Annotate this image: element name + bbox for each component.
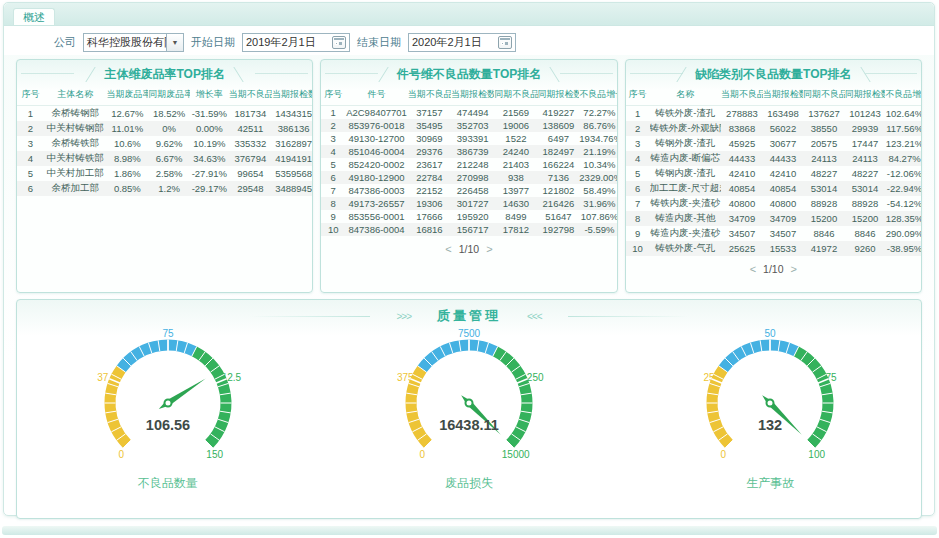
table-row: 849173-26557193063017271463021642631.96% (321, 197, 617, 210)
dropdown-arrow-icon[interactable]: ▼ (166, 34, 183, 51)
filter-bar: 公司 科华控股股份有限 ▼ 开始日期 2019年2月1日 结束日期 2020年2… (4, 26, 934, 55)
table-cell: 5 (626, 166, 650, 181)
table-cell: 6.67% (148, 151, 190, 166)
table-row: 5852420-0002236172122482140316622410.34% (321, 158, 617, 171)
table-cell: 1 (321, 106, 345, 120)
panel-title: 主体维废品率TOP排名 (88, 65, 240, 84)
table-cell: 847386-0003 (345, 184, 408, 197)
start-date-value: 2019年2月1日 (243, 35, 329, 50)
table-cell: -5.59% (579, 223, 617, 236)
table-cell: 53014 (803, 181, 845, 196)
table-cell: 49173-26557 (345, 197, 408, 210)
table-header-cell: 当期不良品数 (408, 85, 451, 106)
table-cell: 0% (148, 121, 190, 136)
table-cell: 铸钢内废-渣孔 (650, 166, 722, 181)
panel-part-defect-top: 件号维不良品数量TOP排名 序号件号当期不良品数当期报检数同期不良品数同期报检数… (320, 59, 617, 293)
gauge-scrap-loss: 037507500112501500016438.11 废品损失 (318, 327, 619, 492)
table-cell: 余桥铸铁部 (44, 136, 107, 151)
table-cell: 中关村加工部 (44, 166, 107, 181)
decor-line-right (568, 316, 688, 317)
table-cell: 42511 (229, 121, 272, 136)
table-cell: 117.56% (885, 121, 922, 136)
panel-title: 缺陷类别不良品数量TOP排名 (679, 65, 867, 84)
table-row: 7847386-0003221522264581397712180258.49% (321, 184, 617, 197)
table-cell: 23617 (408, 158, 451, 171)
table-cell: 212248 (451, 158, 494, 171)
table-cell: -29.17% (190, 181, 229, 196)
table-cell: 42410 (763, 166, 803, 181)
table-cell: 6 (17, 181, 44, 196)
table-cell: 53014 (845, 181, 885, 196)
svg-text:100: 100 (809, 449, 826, 460)
table-cell: 8846 (845, 226, 885, 241)
table-cell: 102.64% (885, 106, 922, 122)
table-cell: 51647 (538, 210, 580, 223)
gauge-chart: 0255075100132 (655, 327, 885, 477)
table-cell: 34507 (763, 226, 803, 241)
tab-overview[interactable]: 概述 (13, 8, 55, 25)
pagination: <1/10> (626, 263, 921, 275)
table-header-cell: 序号 (626, 85, 650, 106)
table-row: 9铸造内废-夹渣砂345073450788468846290.09% (626, 226, 922, 241)
table-cell: 中关村铸钢部 (44, 121, 107, 136)
panel-title-banner: 缺陷类别不良品数量TOP排名 (626, 64, 921, 83)
ranking-table: 序号主体名称当期废品率同期废品率增长率当期不良品数当期报检数1余桥铸钢部12.6… (17, 85, 313, 196)
table-cell: 2 (321, 119, 345, 132)
table-cell: 25625 (721, 241, 763, 256)
table-cell: 3488945 (272, 181, 313, 196)
table-cell: 6497 (538, 132, 580, 145)
tab-bar: 概述 (4, 3, 934, 26)
table-cell: 中关村铸铁部 (44, 151, 107, 166)
table-cell: 17812 (494, 223, 537, 236)
table-cell: 101243 (845, 106, 885, 122)
pager-prev[interactable]: < (445, 243, 451, 255)
pager-prev[interactable]: < (750, 263, 756, 275)
table-cell: 137627 (803, 106, 845, 122)
table-cell: 37157 (408, 106, 451, 120)
table-cell: 8 (321, 197, 345, 210)
gauge-label: 生产事故 (620, 475, 921, 492)
table-cell: 35495 (408, 119, 451, 132)
table-cell: 1434315 (272, 106, 313, 122)
table-cell: 铸钢外废-渣孔 (650, 136, 722, 151)
table-cell: 195920 (451, 210, 494, 223)
table-cell: 11.01% (106, 121, 148, 136)
table-cell: 847386-0004 (345, 223, 408, 236)
table-cell: 6 (321, 171, 345, 184)
table-cell: 15200 (803, 211, 845, 226)
chevrons-right-icon: >>> (396, 311, 411, 322)
calendar-icon[interactable] (332, 36, 346, 49)
table-cell: 5 (321, 158, 345, 171)
table-cell: 17447 (845, 136, 885, 151)
ranking-table: 序号名称当期不良品数当期报检数同期不良品数同期报检数不良品增长率1铸铁外废-渣孔… (626, 85, 922, 256)
table-cell: 853556-0001 (345, 210, 408, 223)
table-cell: 192798 (538, 223, 580, 236)
table-cell: 2 (17, 121, 44, 136)
table-cell: 166224 (538, 158, 580, 171)
table-cell: 21569 (494, 106, 537, 120)
table-cell: 8 (626, 211, 650, 226)
table-cell: 9 (626, 226, 650, 241)
table-row: 4铸造内废-断偏芯4443344433241132411384.27% (626, 151, 922, 166)
gauge-chart: 037.575112.5150106.56 (53, 327, 283, 477)
table-cell: 22784 (408, 171, 451, 184)
pager-next[interactable]: > (791, 263, 797, 275)
svg-text:7500: 7500 (458, 328, 481, 339)
panel-defect-category-top: 缺陷类别不良品数量TOP排名 序号名称当期不良品数当期报检数同期不良品数同期报检… (625, 59, 922, 293)
calendar-icon[interactable] (498, 36, 512, 49)
table-header-cell: 不良品增长率 (885, 85, 922, 106)
table-header-cell: 当期报检数 (272, 85, 313, 106)
gauge-defective-quantity: 037.575112.5150106.56 不良品数量 (17, 327, 318, 492)
table-cell: 156717 (451, 223, 494, 236)
table-cell: 34709 (721, 211, 763, 226)
table-cell: 31.96% (579, 197, 617, 210)
end-date-input[interactable]: 2020年2月1日 (408, 33, 516, 52)
table-cell: 18.52% (148, 106, 190, 122)
start-date-input[interactable]: 2019年2月1日 (242, 33, 350, 52)
table-cell: 29548 (229, 181, 272, 196)
table-cell: -12.06% (885, 166, 922, 181)
table-cell: 14630 (494, 197, 537, 210)
pager-next[interactable]: > (486, 243, 492, 255)
table-cell: 4194191 (272, 151, 313, 166)
company-select[interactable]: 科华控股股份有限 ▼ (83, 33, 184, 52)
